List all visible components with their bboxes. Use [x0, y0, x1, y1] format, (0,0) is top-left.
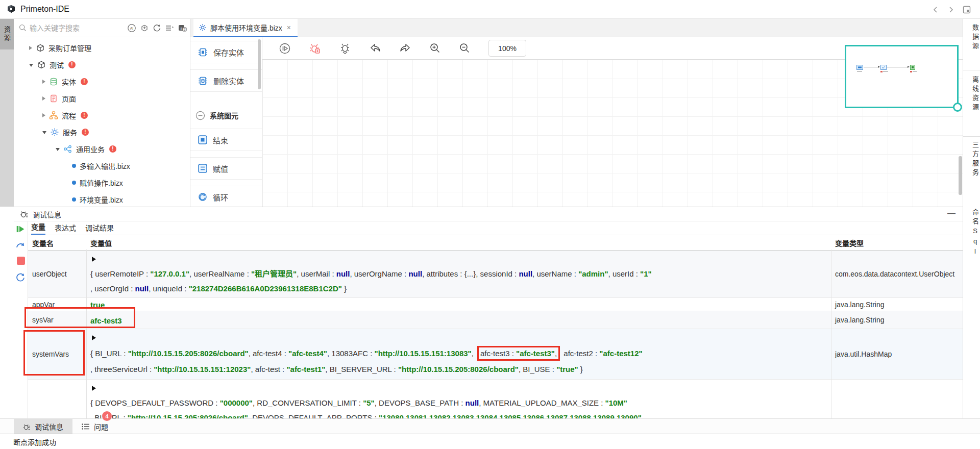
tree-item-label: 多输入输出.bizx [80, 161, 130, 171]
canvas-vertical-scrollbar[interactable] [959, 156, 962, 195]
search-input[interactable] [30, 24, 127, 32]
stop-debug-icon[interactable] [16, 256, 26, 265]
debug-panel-title: 调试信息 [33, 209, 61, 219]
sidebar-item-offline-resources[interactable]: 离线资源 [963, 76, 980, 113]
layout-save-icon[interactable] [963, 6, 971, 14]
palette-item-loop[interactable]: 循环 [190, 186, 262, 207]
step-debug-bug-icon[interactable] [339, 42, 351, 55]
ai-assistant-icon[interactable]: AI [127, 23, 136, 33]
collapse-arrow-icon[interactable] [42, 96, 45, 101]
error-badge: ! [68, 61, 76, 68]
palette-item-delete-entity[interactable]: 删除实体 [190, 69, 262, 92]
restart-icon[interactable] [16, 272, 26, 282]
minimap-flow-preview [856, 63, 918, 74]
palette-item-label: 赋值 [213, 163, 228, 174]
variable-row-systemVars[interactable]: systemVars { BI_URL : "http://10.15.15.2… [28, 329, 963, 380]
minimize-panel-icon[interactable]: — [947, 210, 955, 218]
collapse-circle-minus-icon[interactable] [195, 111, 205, 120]
column-header-value: 变量值 [86, 235, 831, 250]
expand-icon[interactable] [92, 386, 96, 391]
palette-item-label: 结束 [213, 135, 228, 145]
zoom-level-display[interactable]: 100% [488, 40, 526, 57]
collapse-arrow-icon[interactable] [29, 46, 32, 50]
minimap-resize-handle[interactable] [953, 103, 962, 112]
zoom-in-icon[interactable] [429, 42, 441, 54]
tree-item-process[interactable]: 流程 ! [14, 107, 190, 123]
debug-panel: 调试信息 — 变量 表达式 调试结果 变量名 变量值 变量类型 userObje… [14, 207, 963, 418]
tab-script-env-vars[interactable]: 脚本使用环境变量.bizx × [193, 19, 298, 37]
tree-item-label: 通用业务 [76, 144, 105, 154]
locale-switch-icon[interactable]: a文 [178, 23, 187, 33]
resume-icon[interactable] [16, 224, 26, 234]
redo-icon[interactable] [399, 42, 411, 55]
expand-arrow-icon[interactable] [29, 64, 33, 67]
new-component-icon[interactable] [140, 23, 149, 33]
tab-debug-results[interactable]: 调试结果 [85, 222, 114, 235]
sidebar-item-datasource[interactable]: 数据源 [963, 24, 980, 52]
sidebar-item-third-party-services[interactable]: 三方服务 [963, 141, 980, 178]
delete-entity-chip-icon [198, 76, 208, 86]
loop-node-icon [198, 192, 208, 202]
debug-run-icon[interactable] [279, 42, 291, 55]
bottom-tab-problems[interactable]: 问题 [72, 419, 117, 434]
step-over-icon[interactable] [16, 241, 26, 249]
tree-item-bizx-file[interactable]: 多输入输出.bizx [14, 157, 190, 174]
expand-icon[interactable] [92, 257, 96, 262]
tree-item-test[interactable]: 测试 ! [14, 56, 190, 73]
nav-forward-icon[interactable] [947, 6, 954, 13]
status-message: 断点添加成功 [13, 437, 56, 447]
expand-arrow-icon[interactable] [42, 131, 46, 134]
tree-item-common-business[interactable]: 通用业务 ! [14, 140, 190, 157]
sort-list-icon[interactable] [165, 23, 174, 33]
tab-expressions[interactable]: 表达式 [55, 222, 76, 235]
tree-item-label: 实体 [62, 77, 76, 87]
palette-item-save-entity[interactable]: 保存实体 [190, 41, 262, 63]
variable-row-appVar[interactable]: appVar true java.lang.String [28, 298, 963, 311]
palette-section-system[interactable]: 系统图元 [190, 105, 262, 126]
minimap[interactable] [845, 45, 959, 108]
zoom-out-icon[interactable] [459, 42, 471, 54]
process-flow-icon [49, 111, 58, 120]
column-header-name: 变量名 [28, 235, 86, 250]
expand-icon[interactable] [92, 335, 96, 340]
error-badge: ! [81, 112, 88, 119]
expand-arrow-icon[interactable] [56, 148, 60, 151]
file-dot-icon [72, 164, 76, 168]
undo-icon[interactable] [369, 42, 381, 55]
collapse-arrow-icon[interactable] [42, 80, 45, 84]
variable-row-sysVar[interactable]: sysVar afc-test3 java.lang.String [28, 311, 963, 329]
tree-item-bizx-file[interactable]: 赋值操作.bizx [14, 174, 190, 191]
activity-tab-resources[interactable]: 资源 [0, 19, 14, 49]
tree-item-bizx-file[interactable]: 环境变量.bizx [14, 191, 190, 208]
tree-item-purchase-order[interactable]: 采购订单管理 [14, 39, 190, 56]
tree-item-entity[interactable]: 实体 ! [14, 73, 190, 90]
palette-item-end[interactable]: 结束 [190, 129, 262, 151]
bottom-tab-debug-info[interactable]: 调试信息 [14, 419, 72, 434]
tree-item-page[interactable]: 页面 [14, 90, 190, 107]
palette-item-assign[interactable]: 赋值 [190, 157, 262, 180]
nav-back-icon[interactable] [932, 6, 939, 13]
element-palette: 保存实体 删除实体 系统图元 结束 赋值 循环 [190, 37, 262, 207]
sidebar-item-named-sql[interactable]: 命名Sql [963, 209, 980, 258]
collapse-arrow-icon[interactable] [42, 113, 45, 117]
close-tab-icon[interactable]: × [287, 23, 291, 32]
palette-scrollbar[interactable] [258, 39, 261, 89]
gear-icon [199, 23, 207, 32]
variable-row-userObject[interactable]: userObject { userRemoteIP : "127.0.0.1",… [28, 251, 963, 298]
bottom-tab-bar: 调试信息 问题 [0, 418, 980, 434]
palette-item-label: 循环 [213, 192, 228, 203]
problems-list-icon [82, 423, 90, 430]
refresh-icon[interactable] [153, 23, 161, 32]
debug-body: 变量 表达式 调试结果 变量名 变量值 变量类型 userObject { us… [28, 221, 963, 419]
entity-database-icon [49, 77, 58, 86]
save-entity-chip-icon [198, 47, 208, 58]
tab-variables[interactable]: 变量 [31, 221, 45, 235]
stop-debug-bug-icon[interactable] [309, 42, 321, 55]
tree-item-service[interactable]: 服务 ! [14, 123, 190, 140]
variables-table-header: 变量名 变量值 变量类型 [28, 235, 963, 251]
variable-type: java.lang.String [831, 298, 963, 311]
variable-value: afc-test3 [86, 311, 831, 329]
variable-name: systemVars [28, 329, 86, 379]
right-sidebar: 数据源 离线资源 三方服务 命名Sql [963, 19, 980, 449]
search-icon [19, 24, 27, 32]
